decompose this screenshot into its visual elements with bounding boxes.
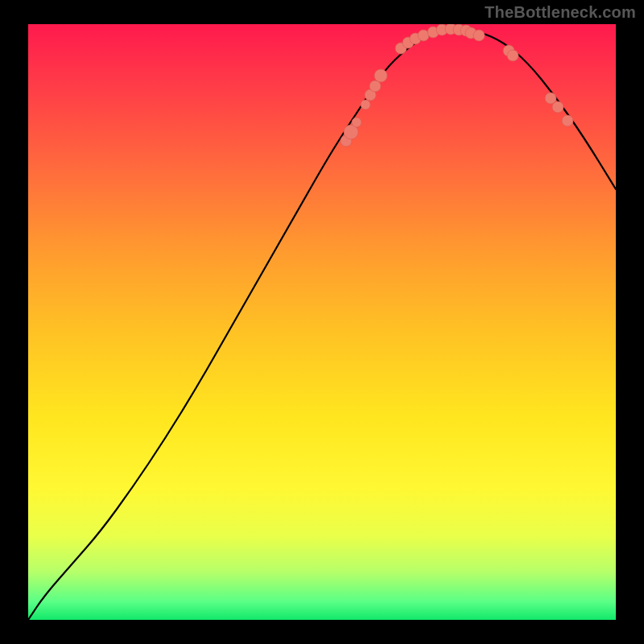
data-point-p4 (361, 100, 370, 109)
data-point-p20 (507, 50, 518, 61)
data-point-p3 (352, 118, 361, 127)
data-point-p22 (552, 101, 564, 113)
curve-layer (28, 24, 616, 620)
bottleneck-curve (28, 29, 616, 620)
data-point-p18 (473, 30, 485, 41)
watermark-text: TheBottleneck.com (485, 3, 636, 22)
plot-area (28, 24, 616, 620)
data-point-p6 (369, 80, 381, 92)
data-points-group (341, 24, 573, 147)
data-point-p23 (562, 115, 573, 126)
data-point-p7 (374, 69, 387, 82)
chart-stage: TheBottleneck.com (0, 0, 644, 644)
